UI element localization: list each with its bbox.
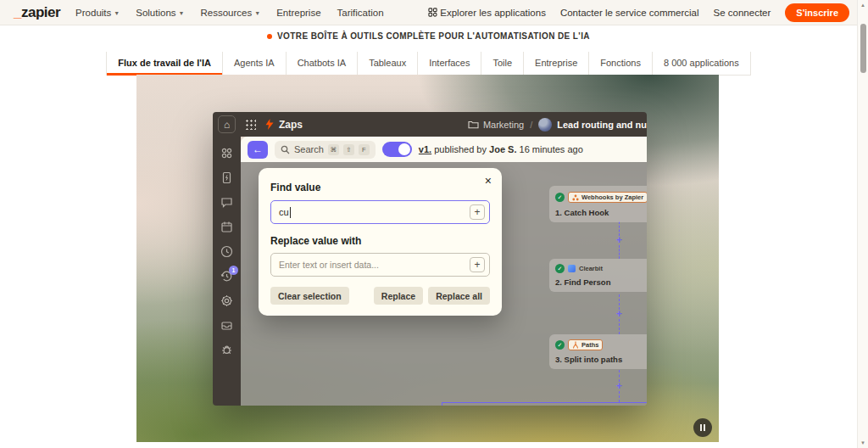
home-button[interactable]: ⌂ bbox=[218, 115, 236, 133]
folder-icon bbox=[468, 120, 479, 129]
insert-data-button[interactable]: + bbox=[470, 204, 485, 220]
debug-bug-icon[interactable] bbox=[220, 344, 233, 356]
zap-step-catch-hook[interactable]: ✓ Webhooks by Zapier 1. Catch Hook bbox=[549, 186, 647, 222]
nav-item-solutions[interactable]: Solutions▼ bbox=[136, 8, 184, 18]
tab-interfaces[interactable]: Interfaces bbox=[417, 52, 481, 75]
tab-toile[interactable]: Toile bbox=[481, 52, 523, 75]
step-connector: + bbox=[614, 370, 625, 402]
clear-selection-button[interactable]: Clear selection bbox=[270, 287, 349, 305]
version-link[interactable]: v1. bbox=[419, 144, 431, 154]
hero-image: ⌂ Zaps Marketing / Lead routing and nu bbox=[136, 75, 719, 442]
zap-editor-window: ⌂ Zaps Marketing / Lead routing and nu bbox=[213, 112, 647, 406]
nav-item-produits[interactable]: Produits▼ bbox=[75, 8, 120, 18]
editor-header: ⌂ Zaps Marketing / Lead routing and nu bbox=[213, 112, 647, 137]
pause-animation-button[interactable] bbox=[693, 418, 712, 437]
arrow-left-icon: ← bbox=[253, 143, 263, 155]
logo-underscore: _ bbox=[14, 4, 21, 21]
zapier-logo[interactable]: _zapier bbox=[14, 4, 60, 21]
zap-step-split-paths[interactable]: ✓ Paths 3. Split into paths bbox=[549, 334, 647, 369]
close-icon[interactable]: × bbox=[485, 175, 492, 187]
bullet-dot-icon bbox=[267, 34, 272, 39]
tab-flux-de-travail[interactable]: Flux de travail de l'IA bbox=[106, 52, 222, 75]
back-button[interactable]: ← bbox=[248, 141, 268, 159]
product-tabs: Flux de travail de l'IA Agents IA Chatbo… bbox=[0, 52, 857, 76]
add-step-icon[interactable]: + bbox=[616, 382, 622, 391]
search-icon bbox=[281, 145, 290, 154]
app-switcher-icon[interactable] bbox=[245, 119, 256, 130]
announcement-text: VOTRE BOÎTE À OUTILS COMPLÈTE POUR L'AUT… bbox=[277, 31, 590, 41]
editor-sidebar: 1 bbox=[213, 137, 241, 406]
paths-icon bbox=[572, 341, 579, 349]
chevron-down-icon: ▼ bbox=[114, 10, 120, 16]
document-icon[interactable] bbox=[220, 171, 233, 184]
step-title: 2. Find Person bbox=[555, 277, 647, 287]
find-value-input[interactable]: cu + bbox=[270, 200, 490, 224]
chat-icon[interactable] bbox=[220, 196, 233, 209]
shift-key-icon: ⇧ bbox=[343, 144, 354, 155]
tab-agents-ia[interactable]: Agents IA bbox=[222, 52, 286, 75]
insert-data-button[interactable]: + bbox=[470, 257, 485, 272]
search-placeholder: Search bbox=[294, 144, 324, 154]
replace-button[interactable]: Replace bbox=[374, 287, 423, 305]
settings-gear-icon[interactable] bbox=[220, 294, 233, 307]
breadcrumb-folder[interactable]: Marketing bbox=[483, 120, 524, 130]
nav-item-entreprise[interactable]: Entreprise bbox=[276, 8, 320, 18]
editor-toolbar: ← Search ⌘ ⇧ F v1. published by Joe bbox=[241, 137, 647, 162]
tab-fonctions[interactable]: Fonctions bbox=[588, 52, 652, 75]
nav-item-ressources[interactable]: Ressources▼ bbox=[200, 8, 260, 18]
toggle-knob bbox=[398, 143, 410, 155]
scroll-up-arrow[interactable]: ▲ bbox=[858, 3, 868, 8]
zap-canvas[interactable]: + + + bbox=[241, 162, 647, 406]
history-badge: 1 bbox=[229, 266, 238, 275]
logo-wordmark: zapier bbox=[21, 4, 60, 21]
scroll-down-arrow[interactable]: ▼ bbox=[858, 440, 868, 445]
apps-icon[interactable] bbox=[220, 147, 233, 160]
check-circle-icon: ✓ bbox=[555, 193, 565, 202]
nav-item-tarification[interactable]: Tarification bbox=[337, 8, 384, 18]
scrollbar[interactable]: ▲ ▼ bbox=[857, 0, 868, 448]
text-caret bbox=[290, 207, 291, 218]
zap-step-find-person[interactable]: ✓ Clearbit 2. Find Person bbox=[549, 259, 647, 292]
inbox-icon[interactable] bbox=[220, 319, 233, 332]
tab-entreprise[interactable]: Entreprise bbox=[523, 52, 588, 75]
scrollbar-thumb[interactable] bbox=[860, 24, 866, 73]
history-icon[interactable]: 1 bbox=[220, 270, 233, 283]
check-circle-icon: ✓ bbox=[555, 340, 565, 350]
announcement-bar: VOTRE BOÎTE À OUTILS COMPLÈTE POUR L'AUT… bbox=[0, 31, 857, 41]
add-step-icon[interactable]: + bbox=[616, 310, 622, 319]
explore-apps-link[interactable]: Explorer les applications bbox=[428, 8, 546, 18]
signup-button[interactable]: S'inscrire bbox=[785, 3, 849, 22]
replace-value-input[interactable]: Enter text or insert data... + bbox=[270, 253, 490, 277]
step-connector: + bbox=[614, 294, 625, 334]
app-pill-paths: Paths bbox=[568, 339, 603, 350]
step-title: 1. Catch Hook bbox=[555, 208, 647, 217]
step-connector: + bbox=[614, 221, 625, 259]
version-status: v1. published by Joe S. 16 minutes ago bbox=[419, 144, 583, 154]
nav-links: Produits▼ Solutions▼ Ressources▼ Entrepr… bbox=[75, 8, 383, 18]
chevron-down-icon: ▼ bbox=[179, 10, 185, 16]
path-branch-line bbox=[442, 402, 647, 403]
login-link[interactable]: Se connecter bbox=[714, 8, 771, 18]
contact-sales-link[interactable]: Contacter le service commercial bbox=[560, 8, 699, 18]
avatar bbox=[538, 118, 552, 132]
tab-tableaux[interactable]: Tableaux bbox=[357, 52, 417, 75]
zap-name[interactable]: Lead routing and nu bbox=[557, 120, 647, 130]
clock-icon[interactable] bbox=[220, 245, 233, 258]
nav-right: Explorer les applications Contacter le s… bbox=[428, 3, 849, 22]
replace-all-button[interactable]: Replace all bbox=[428, 287, 490, 305]
tab-8000-applications[interactable]: 8 000 applications bbox=[652, 52, 751, 75]
search-box[interactable]: Search ⌘ ⇧ F bbox=[275, 141, 376, 159]
f-key-icon: F bbox=[359, 144, 370, 155]
cmd-key-icon: ⌘ bbox=[328, 144, 339, 155]
zaps-title: Zaps bbox=[279, 119, 303, 131]
calendar-icon[interactable] bbox=[220, 221, 233, 233]
app-pill-webhooks: Webhooks by Zapier bbox=[568, 192, 647, 203]
chevron-down-icon: ▼ bbox=[254, 10, 260, 16]
pause-icon bbox=[700, 424, 702, 431]
breadcrumb-separator: / bbox=[530, 120, 532, 130]
home-icon: ⌂ bbox=[224, 119, 230, 131]
add-step-icon[interactable]: + bbox=[616, 236, 622, 245]
version-toggle[interactable] bbox=[382, 142, 412, 157]
clearbit-icon bbox=[568, 265, 576, 272]
tab-chatbots-ia[interactable]: Chatbots IA bbox=[286, 52, 357, 75]
